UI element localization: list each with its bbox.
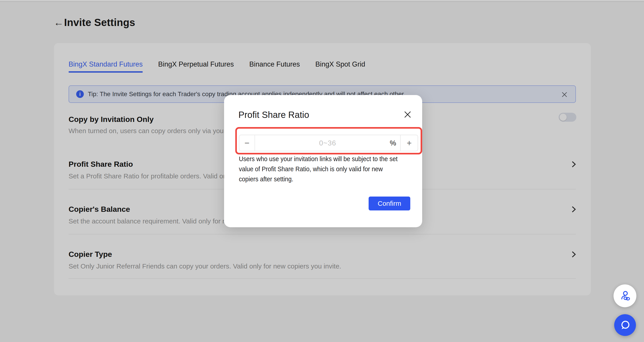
- close-icon[interactable]: [403, 110, 412, 119]
- modal-description: Users who use your invitation links will…: [239, 154, 398, 184]
- person-link-icon: [619, 290, 631, 302]
- invite-settings-screen: ← Invite Settings BingX Standard Futures…: [0, 0, 644, 342]
- invite-link-button[interactable]: [614, 284, 636, 307]
- percent-suffix: %: [390, 139, 396, 147]
- ratio-input[interactable]: 0~36 %: [255, 135, 400, 151]
- confirm-button[interactable]: Confirm: [368, 196, 410, 210]
- plus-button[interactable]: +: [400, 135, 418, 151]
- chat-support-button[interactable]: [614, 314, 636, 336]
- modal-title: Profit Share Ratio: [238, 110, 309, 120]
- minus-button[interactable]: −: [239, 135, 255, 151]
- ratio-input-placeholder: 0~36: [319, 139, 336, 147]
- ratio-stepper: − 0~36 % +: [239, 135, 418, 151]
- profit-share-ratio-modal: Profit Share Ratio − 0~36 % + Users who …: [224, 95, 422, 227]
- chat-bubble-icon: [619, 319, 631, 331]
